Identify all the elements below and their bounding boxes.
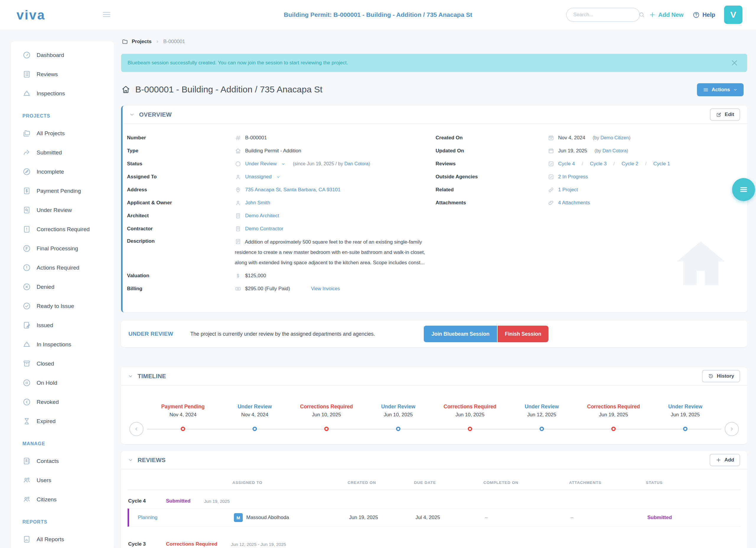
- search-input[interactable]: [573, 12, 638, 18]
- quick-menu-fab[interactable]: [732, 178, 755, 201]
- help-label: Help: [703, 12, 715, 18]
- collapse-chevron-icon[interactable]: [128, 457, 133, 463]
- applicant-link[interactable]: John Smith: [245, 200, 270, 206]
- gauge-icon: [22, 51, 31, 59]
- sidebar-item-payment-pending[interactable]: Payment Pending: [11, 181, 114, 200]
- sidebar-item-reviews[interactable]: Reviews: [11, 65, 114, 84]
- updated-by-user-link[interactable]: Dan Cotora: [602, 148, 627, 153]
- sidebar-item-inspections[interactable]: Inspections: [11, 84, 114, 103]
- cycle-4-group-row: Cycle 4 Submitted Jun 19, 2025: [128, 496, 741, 506]
- join-bluebeam-session-button[interactable]: Join Bluebeam Session: [424, 326, 497, 342]
- help-button[interactable]: Help: [693, 11, 715, 19]
- sidebar-item-denied[interactable]: Denied: [11, 277, 114, 296]
- sidebar-item-closed[interactable]: Closed: [11, 354, 114, 373]
- created-by-user-link[interactable]: Demo Citizen: [600, 135, 629, 140]
- sidebar-item-on-hold[interactable]: On Hold: [11, 373, 114, 392]
- sidebar-item-corrections-required[interactable]: Corrections Required: [11, 220, 114, 239]
- timeline-dot: [181, 427, 185, 431]
- cycle-3-link[interactable]: Cycle 3: [590, 161, 607, 167]
- status-dropdown[interactable]: Under Review: [245, 161, 277, 167]
- sidebar-item-expired[interactable]: Expired: [11, 412, 114, 431]
- sidebar-item-final-processing[interactable]: Final Processing: [11, 239, 114, 258]
- timeline-event[interactable]: Under ReviewJun 10, 2025: [362, 403, 434, 431]
- hourglass-icon: [22, 417, 31, 425]
- sidebar-item-actions-required[interactable]: Actions Required: [11, 258, 114, 277]
- planning-review-link[interactable]: Planning: [138, 515, 157, 520]
- overview-fields: Number B-000001 Type Building Permit - A…: [123, 124, 747, 297]
- collapse-chevron-icon[interactable]: [128, 373, 133, 379]
- field-architect: Architect Demo Architect: [127, 211, 436, 221]
- sidebar-item-revoked[interactable]: Revoked: [11, 392, 114, 412]
- global-search[interactable]: [566, 8, 640, 22]
- view-invoices-link[interactable]: View Invoices: [311, 286, 340, 291]
- created-by: (by Demo Citizen): [593, 135, 630, 141]
- hamburger-icon: [703, 87, 709, 93]
- sidebar-item-all-reports[interactable]: All Reports: [11, 530, 114, 548]
- timeline-header: TIMELINE History: [121, 367, 747, 386]
- agencies-link[interactable]: 2 In Progress: [558, 174, 588, 180]
- cycle-1-link[interactable]: Cycle 1: [653, 161, 670, 167]
- sidebar-item-label: In Inspections: [37, 341, 71, 348]
- field-type: Type Building Permit - Addition: [127, 146, 436, 156]
- sidebar-item-dashboard[interactable]: Dashboard: [11, 45, 114, 65]
- hash-icon: [235, 135, 241, 141]
- timeline-prev-button[interactable]: [129, 422, 144, 436]
- timeline-event[interactable]: Corrections RequiredJun 19, 2025: [578, 403, 649, 431]
- breadcrumb-projects[interactable]: Projects: [132, 39, 151, 45]
- timeline-event[interactable]: Corrections RequiredJun 10, 2025: [434, 403, 506, 431]
- sidebar-item-incomplete[interactable]: Incomplete: [11, 162, 114, 181]
- sidebar-item-ready-to-issue[interactable]: Ready to Issue: [11, 296, 114, 316]
- sidebar-item-in-inspections[interactable]: In Inspections: [11, 335, 114, 354]
- sidebar-section-manage: MANAGE: [11, 439, 114, 448]
- sidebar-item-contacts[interactable]: Contacts: [11, 451, 114, 471]
- cycle-4-link[interactable]: Cycle 4: [558, 161, 575, 167]
- add-new-button[interactable]: Add New: [649, 11, 684, 18]
- home-icon: [235, 148, 241, 154]
- add-review-button[interactable]: Add: [710, 454, 740, 466]
- plus-icon: [649, 11, 656, 18]
- timeline-event[interactable]: Under ReviewJun 12, 2025: [506, 403, 578, 431]
- actions-button[interactable]: Actions: [697, 83, 744, 96]
- contractor-link[interactable]: Demo Contractor: [245, 226, 283, 232]
- sidebar-item-users[interactable]: Users: [11, 471, 114, 490]
- related-link[interactable]: 1 Project: [558, 187, 578, 193]
- sidebar-item-label: Payment Pending: [37, 188, 81, 194]
- banner-close-button[interactable]: [730, 58, 739, 67]
- cycle-2-link[interactable]: Cycle 2: [622, 161, 638, 167]
- user-avatar[interactable]: V: [724, 6, 742, 24]
- finish-session-button[interactable]: Finish Session: [498, 326, 548, 342]
- status-by-user-link[interactable]: Dan Cotora: [344, 161, 369, 166]
- collapse-chevron-icon[interactable]: [129, 112, 135, 118]
- address-link[interactable]: 735 Anacapa St, Santa Barbara, CA 93101: [245, 187, 340, 193]
- timeline-event[interactable]: Corrections RequiredJun 10, 2025: [291, 403, 362, 431]
- sidebar-item-label: Incomplete: [37, 169, 64, 175]
- sidebar-item-all-projects[interactable]: All Projects: [11, 124, 114, 143]
- architect-link[interactable]: Demo Architect: [245, 213, 279, 219]
- timeline-event[interactable]: Under ReviewNov 4, 2024: [219, 403, 291, 431]
- attachments-link[interactable]: 4 Attachments: [558, 200, 590, 206]
- edit-button[interactable]: Edit: [710, 108, 740, 121]
- sidebar-item-issued[interactable]: Issued: [11, 316, 114, 335]
- app-root: viva Building Permit: B-000001 - Buildin…: [0, 0, 756, 548]
- overview-header: OVERVIEW Edit: [123, 106, 747, 124]
- sidebar-item-label: Corrections Required: [37, 226, 90, 233]
- sidebar-item-submitted[interactable]: Submitted: [11, 143, 114, 162]
- sidebar-item-citizens[interactable]: Citizens: [11, 490, 114, 509]
- users-icon: [22, 476, 31, 485]
- sidebar-item-under-review[interactable]: Under Review: [11, 200, 114, 220]
- timeline-event[interactable]: Under ReviewJun 19, 2025: [649, 403, 721, 431]
- col-created-on: CREATED ON: [348, 480, 414, 485]
- review-row-planning[interactable]: Planning MMassoud Abolhoda Jun 19, 2025 …: [128, 508, 741, 527]
- chevron-down-icon[interactable]: [276, 175, 281, 179]
- person-icon: [235, 174, 241, 180]
- status-badge: UNDER REVIEW: [128, 331, 173, 337]
- doc-pen-icon: [22, 321, 31, 330]
- timeline-next-button[interactable]: [725, 422, 739, 436]
- assigned-dropdown[interactable]: Unassigned: [245, 174, 272, 180]
- chevron-down-icon[interactable]: [281, 162, 286, 166]
- history-button[interactable]: History: [702, 370, 740, 382]
- sidebar-item-label: Issued: [37, 322, 53, 329]
- timeline-event[interactable]: Payment PendingNov 4, 2024: [147, 403, 219, 431]
- hardhat-icon: [22, 89, 31, 98]
- session-buttons: Join Bluebeam Session Finish Session: [424, 326, 548, 342]
